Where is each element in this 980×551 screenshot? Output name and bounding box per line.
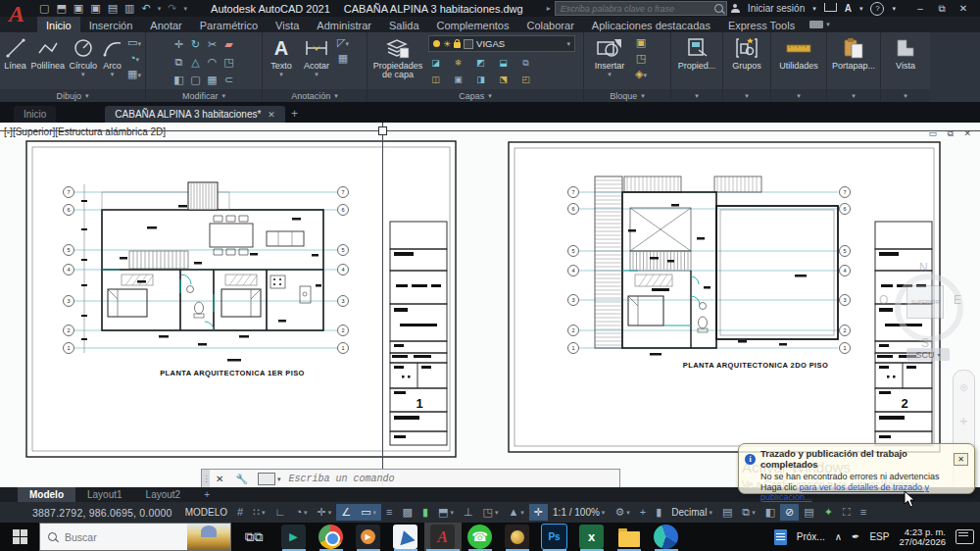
help-search-input[interactable] xyxy=(559,3,714,15)
taskbar-clock[interactable]: 4:23 p. m. 27/04/2026 xyxy=(899,527,946,547)
layer-dropdown[interactable]: ☀ VIGAS ▾ xyxy=(428,35,575,52)
block-attrib-icon[interactable]: ◳ xyxy=(636,51,646,65)
clean-screen-button[interactable]: ⛶ xyxy=(838,504,856,521)
pan-icon[interactable]: ✛ xyxy=(960,417,968,426)
toast-close-button[interactable]: ✕ xyxy=(954,453,968,466)
plot-status-icon[interactable]: ▤ xyxy=(799,504,818,521)
tab-insercion[interactable]: Inserción xyxy=(80,17,142,32)
viewcube-top-face[interactable]: SUPERIOR xyxy=(906,285,944,319)
rotate-icon[interactable]: ↻ xyxy=(191,37,200,51)
infer-constraints-toggle[interactable]: ∟ xyxy=(270,504,291,521)
taskbar-search-input[interactable] xyxy=(63,530,165,544)
snap-toggle[interactable]: ∷▾ xyxy=(248,504,270,521)
new-file-icon[interactable]: ▢ xyxy=(39,2,49,15)
minimize-button[interactable]: – xyxy=(909,3,931,15)
layer-freeze-icon[interactable]: ❄ xyxy=(455,56,463,70)
customization-menu-button[interactable]: ≡ xyxy=(856,504,871,521)
block-define-icon[interactable]: ◈▾ xyxy=(635,67,647,80)
taskbar-app-explorer[interactable] xyxy=(611,523,648,551)
polilinea-button[interactable]: Polilínea xyxy=(30,35,65,71)
layout-tab-layout2[interactable]: Layout2 xyxy=(134,487,193,502)
linea-button[interactable]: Línea xyxy=(4,35,26,71)
help-caret-icon[interactable]: ▾ xyxy=(892,5,896,13)
plot-icon[interactable]: ▤ xyxy=(108,2,118,15)
new-drawing-tab-button[interactable]: + xyxy=(291,107,298,123)
new-layout-button[interactable]: + xyxy=(192,487,221,502)
tray-document-icon[interactable] xyxy=(774,529,787,545)
tab-anotar[interactable]: Anotar xyxy=(141,17,190,32)
command-line[interactable]: ⋮ ✕ 🔧 ▾ xyxy=(201,469,620,489)
texto-button[interactable]: A Texto ▾ xyxy=(267,35,296,77)
file-tab-document[interactable]: CABAÑA ALPINA 3 habitaciones* ✕ xyxy=(105,106,285,123)
tab-colaborar[interactable]: Colaborar xyxy=(518,17,583,32)
panel-label-modificar[interactable]: Modificar▾ xyxy=(146,89,262,102)
rectangle-tool-icon[interactable]: ▭▾ xyxy=(127,35,141,49)
annotation-visibility-toggle[interactable]: ▲▾ xyxy=(503,504,528,521)
command-customize-wrench-icon[interactable]: 🔧 xyxy=(229,474,253,484)
taskbar-app-autocad[interactable]: A xyxy=(424,523,462,551)
taskbar-app-excel[interactable]: x xyxy=(573,523,611,551)
vista-button[interactable]: Vista xyxy=(885,35,926,71)
model-space-button[interactable]: MODELO xyxy=(180,504,232,521)
tab-inicio[interactable]: Inicio xyxy=(37,17,80,32)
units-selector[interactable]: Decimal▾ xyxy=(666,504,717,521)
hatch-tool-icon[interactable]: ▦▾ xyxy=(127,67,141,80)
taskbar-app-chrome[interactable] xyxy=(313,523,350,551)
viewcube[interactable]: N S E O SUPERIOR xyxy=(885,266,961,352)
dynamic-input-toggle[interactable]: ▭▾ xyxy=(356,504,381,521)
autoscale-toggle[interactable]: ✛ xyxy=(529,504,548,521)
quick-properties-toggle[interactable]: ▤ xyxy=(717,504,737,521)
explode-icon[interactable]: ◳ xyxy=(223,55,233,69)
layer-thaw-icon[interactable]: ☀ xyxy=(443,40,451,48)
panel-label-anotacion[interactable]: Anotación▾ xyxy=(263,89,367,102)
selection-cycling-toggle[interactable]: ▮ xyxy=(417,504,433,521)
fillet-icon[interactable]: ◠ xyxy=(208,55,218,69)
offset-icon[interactable]: ⊂ xyxy=(224,73,233,86)
panel-label-portapapeles[interactable]: ▾ xyxy=(827,89,880,102)
workspace-switching-button[interactable]: ⚙▾ xyxy=(610,504,634,521)
isodraft-toggle[interactable]: ✛▾ xyxy=(313,504,337,521)
layer-off-icon[interactable]: ◩ xyxy=(476,56,485,70)
lineweight-toggle[interactable]: ≡ xyxy=(381,504,397,521)
command-input[interactable] xyxy=(280,473,619,485)
tab-aplicaciones-destacadas[interactable]: Aplicaciones destacadas xyxy=(583,17,719,32)
taskbar-app-whatsapp[interactable]: ☎ xyxy=(462,523,499,551)
layout-tab-layout1[interactable]: Layout1 xyxy=(75,487,134,502)
sign-in-label[interactable]: Iniciar sesión xyxy=(748,3,805,14)
ellipse-tool-icon[interactable]: ◔▾ xyxy=(129,51,139,65)
layer-lock-icon[interactable]: ⬓ xyxy=(499,56,508,70)
panel-label-capas[interactable]: Capas▾ xyxy=(368,89,583,102)
panel-label-propiedades[interactable]: ▾ xyxy=(671,89,722,102)
osnap-3d-toggle[interactable]: ⬒▾ xyxy=(433,504,459,521)
table-tool-icon[interactable]: ▦ xyxy=(338,51,348,65)
propiedades-button[interactable]: Propied... xyxy=(675,35,718,71)
transparency-toggle[interactable]: ▩ xyxy=(398,504,417,521)
windows-ink-icon[interactable]: ✒ xyxy=(852,531,859,542)
start-button[interactable] xyxy=(0,523,39,551)
sign-in-caret-icon[interactable]: ▾ xyxy=(812,5,816,13)
array-icon[interactable]: ▦ xyxy=(207,73,217,86)
tab-express-tools[interactable]: Express Tools xyxy=(719,17,804,32)
tab-salida[interactable]: Salida xyxy=(380,17,428,32)
recent-commands-icon[interactable] xyxy=(258,473,275,485)
search-icon[interactable] xyxy=(714,4,723,13)
isolate-objects-button[interactable]: ⊘ xyxy=(780,504,799,521)
file-tab-close-icon[interactable]: ✕ xyxy=(268,110,275,120)
tab-parametrico[interactable]: Paramétrico xyxy=(191,17,267,32)
command-grip-handle[interactable]: ⋮ xyxy=(202,470,210,488)
tray-settings-icon[interactable]: ✦ xyxy=(819,504,838,521)
panel-label-grupos[interactable]: ▾ xyxy=(723,89,770,102)
tray-document-label[interactable]: Próx... xyxy=(797,531,825,542)
arco-button[interactable]: Arco ▾ xyxy=(101,35,123,77)
block-edit-icon[interactable]: ▣ xyxy=(636,35,646,49)
store-cart-icon[interactable] xyxy=(824,3,837,12)
steering-wheel-icon[interactable]: ◎ xyxy=(960,382,968,392)
restore-button[interactable]: ⧉ xyxy=(931,3,953,15)
polar-tracking-toggle[interactable]: ∠ xyxy=(336,504,356,521)
taskbar-app-camtasia[interactable]: ▶ xyxy=(275,523,313,551)
annotation-monitor-toggle[interactable]: + xyxy=(635,504,651,521)
taskbar-app-photoshop[interactable]: Ps xyxy=(536,523,573,551)
insertar-button[interactable]: Insertar ▾ xyxy=(588,35,631,77)
mirror-icon[interactable]: △ xyxy=(191,55,199,69)
layer-match-icon[interactable]: ⧉ xyxy=(522,56,528,70)
